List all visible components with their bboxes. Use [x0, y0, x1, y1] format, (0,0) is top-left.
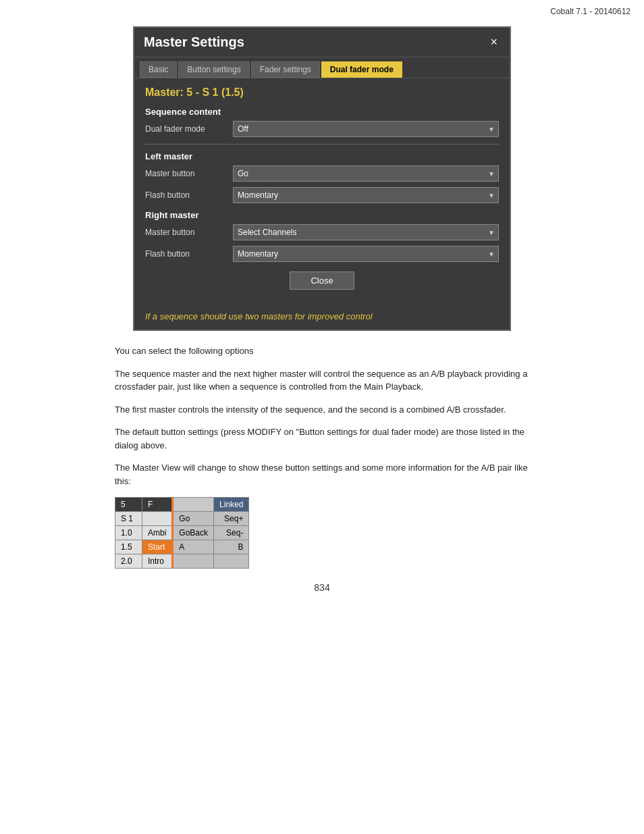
right-master-button-label: Master button — [145, 228, 233, 237]
cell-s1: S 1 — [115, 512, 142, 526]
cell-empty-1 — [173, 498, 214, 512]
cell-linked: Linked — [214, 498, 249, 512]
tab-dual-fader-mode[interactable]: Dual fader mode — [321, 61, 402, 78]
dialog-tabs: Basic Button settings Fader settings Dua… — [134, 57, 510, 78]
table-row: 1.5 Start A B — [115, 540, 249, 554]
dialog-footer: If a sequence should use two masters for… — [134, 307, 510, 330]
cell-empty-3 — [173, 554, 214, 569]
tab-fader-settings[interactable]: Fader settings — [251, 61, 320, 78]
cell-seqplus: Seq+ — [214, 512, 249, 526]
left-master-button-select-wrapper[interactable]: Go ▼ — [233, 165, 499, 182]
cell-a: A — [173, 540, 214, 554]
cell-intro: Intro — [142, 554, 173, 569]
cell-b: B — [214, 540, 249, 554]
cell-1-5: 1.5 — [115, 540, 142, 554]
table-row: 2.0 Intro — [115, 554, 249, 569]
dialog-footer-text: If a sequence should use two masters for… — [145, 311, 373, 321]
master-settings-dialog: Master Settings × Basic Button settings … — [133, 26, 511, 331]
body-paragraph-1: You can select the following options — [115, 344, 529, 358]
master-view-table: 5 F Linked S 1 Go Seq+ 1.0 Ambi GoBack S… — [115, 497, 249, 569]
cell-empty-4 — [214, 554, 249, 569]
cell-seqminus: Seq- — [214, 526, 249, 540]
cell-go: Go — [173, 512, 214, 526]
right-flash-button-select-wrapper[interactable]: Momentary ▼ — [233, 246, 499, 262]
right-master-button-row: Master button Select Channels ▼ — [145, 224, 499, 240]
right-flash-button-select[interactable]: Momentary — [233, 246, 499, 262]
dialog-title: Master Settings — [144, 34, 244, 50]
dialog-body: Master: 5 - S 1 (1.5) Sequence content D… — [134, 78, 510, 307]
table-row: 5 F Linked — [115, 498, 249, 512]
right-flash-button-row: Flash button Momentary ▼ — [145, 246, 499, 262]
main-content: Master Settings × Basic Button settings … — [0, 20, 644, 606]
left-master-button-select[interactable]: Go — [233, 165, 499, 182]
dual-fader-row: Dual fader mode Off ▼ — [145, 121, 499, 137]
dual-fader-label: Dual fader mode — [145, 124, 233, 134]
left-flash-button-row: Flash button Momentary ▼ — [145, 187, 499, 203]
dual-fader-select-wrapper[interactable]: Off ▼ — [233, 121, 499, 137]
body-paragraph-3: The first master controls the intensity … — [115, 403, 529, 417]
page-number: 834 — [115, 582, 529, 593]
right-master-button-select-wrapper[interactable]: Select Channels ▼ — [233, 224, 499, 240]
dialog-titlebar: Master Settings × — [134, 28, 510, 57]
cell-1-0: 1.0 — [115, 526, 142, 540]
left-master-button-row: Master button Go ▼ — [145, 165, 499, 182]
right-flash-button-label: Flash button — [145, 249, 233, 259]
cell-ambi: Ambi — [142, 526, 173, 540]
cell-2-0: 2.0 — [115, 554, 142, 569]
cell-s1-col2 — [142, 512, 173, 526]
body-paragraph-5: The Master View will change to show thes… — [115, 461, 529, 488]
body-paragraph-2: The sequence master and the next higher … — [115, 367, 529, 394]
cell-start: Start — [142, 540, 173, 554]
table-row: S 1 Go Seq+ — [115, 512, 249, 526]
left-flash-button-select[interactable]: Momentary — [233, 187, 499, 203]
sequence-content-label: Sequence content — [145, 107, 499, 117]
table-row: 1.0 Ambi GoBack Seq- — [115, 526, 249, 540]
tab-button-settings[interactable]: Button settings — [178, 61, 249, 78]
master-title: Master: 5 - S 1 (1.5) — [145, 86, 499, 99]
dual-fader-select[interactable]: Off — [233, 121, 499, 137]
left-master-button-label: Master button — [145, 169, 233, 178]
close-button[interactable]: Close — [290, 271, 354, 290]
version-text: Cobalt 7.1 - 20140612 — [550, 7, 630, 16]
divider-1 — [145, 144, 499, 145]
left-flash-button-label: Flash button — [145, 190, 233, 200]
dialog-close-button[interactable]: × — [487, 35, 500, 49]
right-master-label: Right master — [145, 210, 499, 220]
right-master-button-select[interactable]: Select Channels — [233, 224, 499, 240]
cell-goback: GoBack — [173, 526, 214, 540]
body-paragraph-4: The default button settings (press MODIF… — [115, 425, 529, 452]
left-master-label: Left master — [145, 151, 499, 161]
left-flash-button-select-wrapper[interactable]: Momentary ▼ — [233, 187, 499, 203]
cell-5: 5 — [115, 498, 142, 512]
cell-f: F — [142, 498, 173, 512]
close-button-row: Close — [145, 271, 499, 290]
page-header: Cobalt 7.1 - 20140612 — [0, 0, 644, 20]
tab-basic[interactable]: Basic — [140, 61, 177, 78]
